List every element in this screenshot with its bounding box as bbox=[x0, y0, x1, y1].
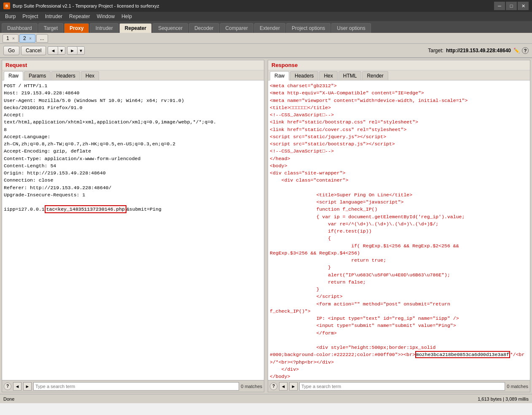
tab-sequencer[interactable]: Sequencer bbox=[153, 23, 188, 33]
response-search-prev[interactable]: ◄ bbox=[279, 382, 287, 391]
edit-target-icon[interactable]: ✏️ bbox=[513, 48, 519, 54]
response-search-bar: ? ◄ ► 0 matches bbox=[268, 380, 530, 392]
sub-tab-2-close[interactable]: × bbox=[29, 36, 32, 41]
cancel-button[interactable]: Cancel bbox=[21, 46, 46, 55]
sub-tab-2[interactable]: 2 × bbox=[19, 34, 35, 43]
minimize-button[interactable]: ─ bbox=[494, 2, 505, 10]
tab-user-options[interactable]: User options bbox=[331, 23, 371, 33]
maximize-button[interactable]: □ bbox=[506, 2, 517, 10]
back-button[interactable]: ◄ bbox=[48, 47, 58, 54]
help-icon[interactable]: ? bbox=[522, 47, 529, 54]
request-tab-params[interactable]: Params bbox=[24, 71, 51, 80]
response-tab-hex[interactable]: Hex bbox=[319, 71, 337, 80]
response-tab-raw[interactable]: Raw bbox=[270, 71, 289, 80]
menu-bar: Burp Project Intruder Repeater Window He… bbox=[0, 12, 532, 21]
request-tabs: Raw Params Headers Hex bbox=[2, 70, 264, 80]
main-content: Request Raw Params Headers Hex POST / HT… bbox=[0, 58, 532, 394]
status-right: 1,613 bytes | 3,089 millis bbox=[478, 396, 529, 402]
title-bar: B Burp Suite Professional v2.1 - Tempora… bbox=[0, 0, 532, 12]
response-matches: 0 matches bbox=[507, 384, 528, 389]
request-title: Request bbox=[2, 60, 264, 70]
forward-dropdown[interactable]: ▼ bbox=[78, 47, 84, 54]
back-dropdown[interactable]: ▼ bbox=[58, 47, 65, 54]
fwd-nav: ► ▼ bbox=[67, 46, 85, 55]
request-content[interactable]: POST / HTTP/1.1 Host: 219.153.49.228:486… bbox=[2, 80, 264, 380]
sub-tab-1-close[interactable]: × bbox=[12, 36, 15, 41]
tab-decoder[interactable]: Decoder bbox=[189, 23, 219, 33]
tab-extender[interactable]: Extender bbox=[254, 23, 285, 33]
tab-project-options[interactable]: Project options bbox=[286, 23, 330, 33]
sub-tab-1[interactable]: 1 × bbox=[3, 34, 19, 43]
status-left: Done bbox=[3, 396, 14, 402]
tab-intruder[interactable]: Intruder bbox=[90, 23, 118, 33]
app-icon: B bbox=[3, 3, 10, 9]
response-content[interactable]: <meta charset="gb2312"> <meta http-equiv… bbox=[268, 80, 530, 380]
request-tab-hex[interactable]: Hex bbox=[81, 71, 99, 80]
request-search-next[interactable]: ► bbox=[23, 382, 32, 391]
status-bar: Done 1,613 bytes | 3,089 millis bbox=[0, 394, 532, 403]
request-search-prev[interactable]: ◄ bbox=[13, 382, 21, 391]
sub-tab-more[interactable]: ... bbox=[36, 34, 48, 43]
request-suffix: &submit=Ping bbox=[126, 206, 161, 212]
window-controls: ─ □ ✕ bbox=[494, 2, 529, 10]
tab-comparer[interactable]: Comparer bbox=[220, 23, 253, 33]
request-search-input[interactable] bbox=[33, 382, 239, 391]
tab-target[interactable]: Target bbox=[38, 23, 63, 33]
go-button[interactable]: Go bbox=[3, 46, 19, 55]
request-search-help[interactable]: ? bbox=[4, 383, 11, 390]
main-tab-bar: Dashboard Target Proxy Intruder Repeater… bbox=[0, 21, 532, 33]
close-button[interactable]: ✕ bbox=[518, 2, 529, 10]
target-info: Target: http://219.153.49.228:48640 ✏️ ? bbox=[428, 47, 529, 54]
response-tab-render[interactable]: Render bbox=[362, 71, 388, 80]
request-panel: Request Raw Params Headers Hex POST / HT… bbox=[2, 60, 264, 392]
back-nav: ◄ ▼ bbox=[48, 46, 65, 55]
response-search-help[interactable]: ? bbox=[270, 383, 277, 390]
response-search-input[interactable] bbox=[299, 382, 505, 391]
target-label: Target: bbox=[428, 48, 443, 54]
response-search-next[interactable]: ► bbox=[289, 382, 298, 391]
menu-item-project[interactable]: Project bbox=[19, 13, 41, 20]
tab-repeater[interactable]: Repeater bbox=[119, 23, 152, 33]
toolbar: Go Cancel ◄ ▼ ► ▼ Target: http://219.153… bbox=[0, 44, 532, 58]
menu-item-window[interactable]: Window bbox=[93, 13, 118, 20]
window-title: Burp Suite Professional v2.1 - Temporary… bbox=[13, 3, 159, 8]
response-tab-headers[interactable]: Headers bbox=[290, 71, 318, 80]
tab-proxy[interactable]: Proxy bbox=[64, 23, 89, 33]
sub-tab-bar: 1 × 2 × ... bbox=[0, 33, 532, 44]
request-search-bar: ? ◄ ► 0 matches bbox=[2, 380, 264, 392]
response-title: Response bbox=[268, 60, 530, 70]
request-text: POST / HTTP/1.1 Host: 219.153.49.228:486… bbox=[4, 83, 216, 212]
menu-item-help[interactable]: Help bbox=[118, 13, 135, 20]
request-highlight: tac<key_148351137230146.php bbox=[45, 205, 126, 213]
response-tabs: Raw Headers Hex HTML Render bbox=[268, 70, 530, 80]
response-tab-html[interactable]: HTML bbox=[339, 71, 362, 80]
menu-item-intruder[interactable]: Intruder bbox=[42, 13, 66, 20]
response-highlight: mozhe3bca218be0853ca6d00d13e3a8f bbox=[415, 351, 510, 358]
response-text: <meta charset="gb2312"> <meta http-equiv… bbox=[270, 83, 468, 350]
target-value: http://219.153.49.228:48640 bbox=[446, 48, 511, 54]
menu-item-burp[interactable]: Burp bbox=[2, 13, 19, 20]
request-tab-headers[interactable]: Headers bbox=[51, 71, 80, 80]
response-panel: Response Raw Headers Hex HTML Render <me… bbox=[268, 60, 530, 392]
menu-item-repeater[interactable]: Repeater bbox=[66, 13, 93, 20]
forward-button[interactable]: ► bbox=[67, 47, 78, 54]
request-matches: 0 matches bbox=[241, 384, 262, 389]
request-tab-raw[interactable]: Raw bbox=[4, 71, 23, 80]
tab-dashboard[interactable]: Dashboard bbox=[2, 23, 38, 33]
